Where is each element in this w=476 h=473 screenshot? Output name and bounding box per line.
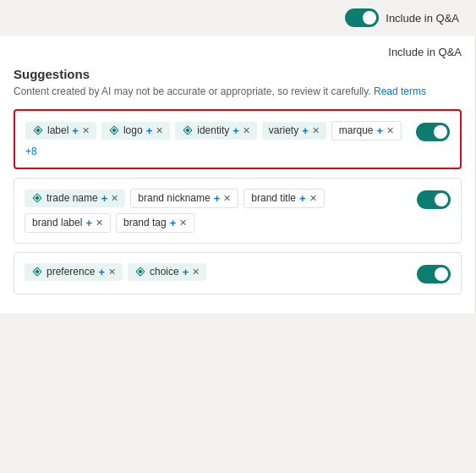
tag-brand-label: brand label + ✕ (25, 213, 111, 233)
tag-x[interactable]: ✕ (312, 125, 320, 136)
tag-plus[interactable]: + (214, 192, 221, 205)
svg-rect-4 (183, 126, 193, 135)
tag-plus[interactable]: + (170, 217, 177, 229)
svg-rect-8 (32, 267, 41, 277)
tag-plus[interactable]: + (233, 124, 239, 137)
card-3-toggle[interactable] (417, 265, 451, 283)
tag-identity: identity + ✕ (175, 122, 257, 140)
tag-x[interactable]: ✕ (156, 125, 163, 136)
card-1: label + ✕ logo + ✕ identity + ✕ (14, 109, 462, 169)
tag-plus[interactable]: + (85, 217, 92, 229)
tag-x[interactable]: ✕ (386, 125, 394, 136)
tag-x[interactable]: ✕ (223, 193, 231, 204)
card-2: trade name + ✕ brand nickname + ✕ brand … (14, 178, 462, 244)
tag-x[interactable]: ✕ (309, 193, 317, 204)
tag-plus[interactable]: + (183, 266, 189, 278)
diamond-icon-4 (31, 192, 43, 204)
tag-brand-tag: brand tag + ✕ (116, 213, 194, 233)
top-toggle[interactable] (345, 8, 379, 27)
tag-plus[interactable]: + (376, 124, 383, 137)
svg-rect-6 (32, 194, 41, 203)
read-terms-link[interactable]: Read terms (374, 85, 426, 97)
svg-rect-10 (135, 267, 145, 277)
diamond-icon-6 (134, 266, 146, 278)
top-toggle-label: Include in Q&A (386, 12, 459, 25)
tag-text: logo (123, 124, 143, 136)
suggestions-subtext-text: Content created by AI may not be accurat… (14, 85, 371, 97)
tag-plus[interactable]: + (299, 192, 306, 205)
card-2-toggle[interactable] (417, 190, 451, 209)
tag-x[interactable]: ✕ (192, 267, 200, 278)
qna-header-row: Include in Q&A (14, 46, 462, 58)
tag-plus[interactable]: + (302, 124, 309, 137)
tag-variety: variety + ✕ (262, 122, 326, 140)
qna-column-label: Include in Q&A (388, 46, 462, 58)
tag-text: brand nickname (138, 192, 210, 204)
tag-plus[interactable]: + (146, 124, 153, 137)
tag-plus[interactable]: + (101, 192, 108, 205)
tag-text: label (47, 124, 68, 136)
diamond-icon-3 (182, 124, 194, 136)
card-1-tags: label + ✕ logo + ✕ identity + ✕ (25, 121, 408, 157)
svg-rect-0 (33, 126, 42, 135)
diamond-icon-5 (31, 266, 43, 278)
tag-marque: marque + ✕ (331, 121, 402, 140)
card-3: preference + ✕ choice + ✕ (14, 252, 462, 294)
tag-text: preference (47, 266, 95, 278)
tag-choice: choice + ✕ (128, 263, 206, 281)
diamond-icon-2 (108, 124, 120, 136)
tag-x[interactable]: ✕ (82, 125, 90, 136)
tag-text: variety (269, 124, 298, 136)
diamond-icon (32, 124, 44, 136)
card-2-tags: trade name + ✕ brand nickname + ✕ brand … (25, 189, 408, 233)
tag-text: marque (339, 124, 374, 136)
tag-x[interactable]: ✕ (111, 193, 118, 204)
tag-plus[interactable]: + (98, 266, 105, 278)
card-1-toggle[interactable] (416, 123, 450, 141)
tag-brand-nickname: brand nickname + ✕ (130, 189, 238, 208)
tag-text: trade name (47, 192, 98, 204)
tag-text: brand tag (123, 217, 167, 228)
tag-plus[interactable]: + (72, 124, 79, 137)
tag-text: brand title (251, 192, 296, 204)
tag-trade-name: trade name + ✕ (25, 190, 125, 207)
card-3-tags: preference + ✕ choice + ✕ (25, 263, 408, 281)
suggestions-subtext: Content created by AI may not be accurat… (14, 85, 462, 99)
svg-rect-2 (109, 126, 118, 135)
tag-text: brand label (32, 217, 82, 228)
tag-preference: preference + ✕ (25, 263, 123, 281)
more-badge[interactable]: +8 (25, 146, 37, 157)
main-content: Include in Q&A Suggestions Content creat… (0, 36, 476, 313)
tag-text: choice (150, 266, 179, 278)
tag-text: identity (197, 124, 229, 136)
suggestions-header: Suggestions (14, 67, 462, 81)
tag-brand-title: brand title + ✕ (243, 189, 324, 208)
top-bar: Include in Q&A (0, 0, 476, 36)
tag-logo: logo + ✕ (101, 122, 170, 140)
tag-x[interactable]: ✕ (243, 125, 250, 136)
tag-x[interactable]: ✕ (96, 217, 103, 228)
tag-x[interactable]: ✕ (179, 217, 187, 228)
tag-label: label + ✕ (25, 122, 96, 140)
tag-x[interactable]: ✕ (108, 267, 116, 278)
